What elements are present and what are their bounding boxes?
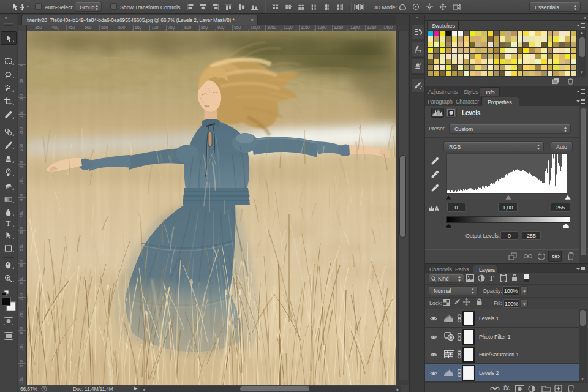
svg-text:A: A <box>434 206 439 213</box>
svg-text:T: T <box>6 219 11 228</box>
